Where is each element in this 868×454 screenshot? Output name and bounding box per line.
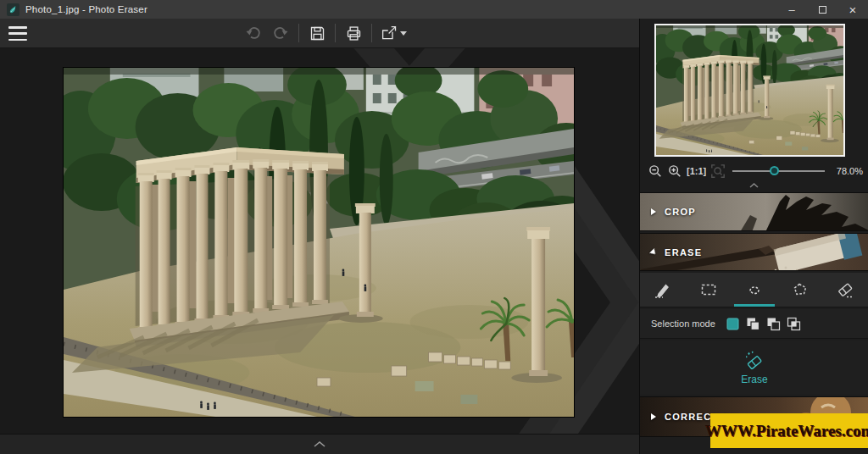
navigator-thumbnail[interactable] (654, 24, 845, 157)
zoom-fit-button[interactable] (709, 163, 726, 180)
selection-mode-label: Selection mode (651, 318, 715, 329)
section-header-crop[interactable]: CROP (640, 192, 868, 231)
erase-button[interactable]: Erase (640, 340, 868, 395)
zoom-controls: [1:1] 78.0% (647, 162, 863, 180)
maximize-button[interactable] (807, 0, 837, 19)
tool-eraser-button[interactable] (823, 273, 868, 307)
minimize-button[interactable]: – (776, 0, 807, 19)
collapse-preview-chevron-icon (749, 183, 759, 188)
export-dropdown-caret (400, 31, 407, 36)
tool-lasso-button[interactable] (732, 273, 777, 307)
correction-expander-icon (651, 413, 656, 420)
expand-filmstrip-chevron-icon[interactable] (314, 441, 326, 447)
app-icon (7, 3, 19, 16)
titlebar: Photo_1.jpg - Photo Eraser – × (0, 0, 868, 19)
save-icon (309, 25, 326, 42)
polygon-select-tool-icon (790, 280, 810, 300)
selection-mode-row: Selection mode (640, 309, 868, 339)
selection-mode-add-button[interactable] (744, 314, 763, 333)
zoom-out-icon (648, 163, 663, 179)
window-controls: – × (776, 0, 868, 19)
erase-expander-icon (649, 248, 658, 257)
export-button[interactable] (376, 21, 410, 45)
tool-polygon-select-button[interactable] (777, 273, 823, 307)
preview-collapse-bar[interactable] (640, 180, 868, 191)
crop-expander-icon (651, 208, 656, 215)
erase-action-icon (743, 351, 765, 371)
erase-tools-row (640, 273, 868, 307)
tool-marker-button[interactable] (640, 273, 686, 307)
redo-button[interactable] (267, 21, 294, 45)
erase-button-label: Erase (741, 374, 767, 385)
close-icon: × (849, 3, 857, 16)
selection-mode-intersect-button[interactable] (785, 314, 804, 333)
zoom-slider[interactable] (732, 163, 825, 180)
undo-icon (245, 25, 262, 42)
canvas-bottom-bar (0, 434, 639, 454)
main-photo[interactable] (64, 68, 574, 417)
selection-mode-new-button[interactable] (724, 314, 743, 333)
zoom-in-icon (667, 163, 682, 179)
add-selection-icon (746, 317, 760, 331)
toolbar-separator (335, 24, 336, 42)
export-icon (381, 25, 398, 42)
zoom-in-button[interactable] (666, 163, 683, 180)
right-panel: [1:1] 78.0% (639, 19, 868, 454)
app-window: Photo_1.jpg - Photo Eraser – × (0, 0, 868, 454)
zoom-value: 78.0% (831, 166, 863, 176)
print-icon (345, 25, 363, 42)
crop-label: CROP (665, 207, 696, 217)
intersect-selection-icon (787, 317, 801, 331)
rectangle-select-tool-icon (698, 280, 719, 300)
editor-area (0, 19, 639, 454)
selection-mode-subtract-button[interactable] (765, 314, 783, 333)
redo-icon (272, 25, 289, 42)
canvas (0, 48, 639, 454)
toolbar-actions (240, 19, 410, 47)
print-button[interactable] (340, 21, 367, 45)
zoom-slider-knob[interactable] (770, 166, 779, 175)
zoom-1-1-button[interactable]: [1:1] (686, 166, 707, 176)
eraser-tool-icon (836, 280, 856, 300)
minimize-icon: – (788, 4, 794, 15)
toolbar (0, 19, 639, 48)
pirate-watermark: WWW.PirateWares.com (710, 413, 868, 448)
zoom-fit-icon (710, 163, 726, 179)
lasso-tool-icon (744, 280, 765, 300)
toolbar-separator (371, 24, 372, 42)
new-selection-icon (726, 317, 740, 331)
section-header-erase[interactable]: ERASE (640, 233, 868, 271)
menu-button[interactable] (8, 26, 27, 41)
erase-label: ERASE (665, 247, 702, 257)
save-button[interactable] (303, 21, 331, 45)
tool-rectangle-select-button[interactable] (686, 273, 732, 307)
toolbar-separator (298, 24, 299, 42)
subtract-selection-icon (766, 317, 781, 331)
maximize-icon (819, 6, 826, 14)
close-button[interactable]: × (837, 0, 868, 19)
window-title: Photo_1.jpg - Photo Eraser (25, 4, 147, 14)
marker-tool-icon (653, 280, 673, 300)
zoom-out-button[interactable] (647, 163, 664, 180)
undo-button[interactable] (240, 21, 267, 45)
